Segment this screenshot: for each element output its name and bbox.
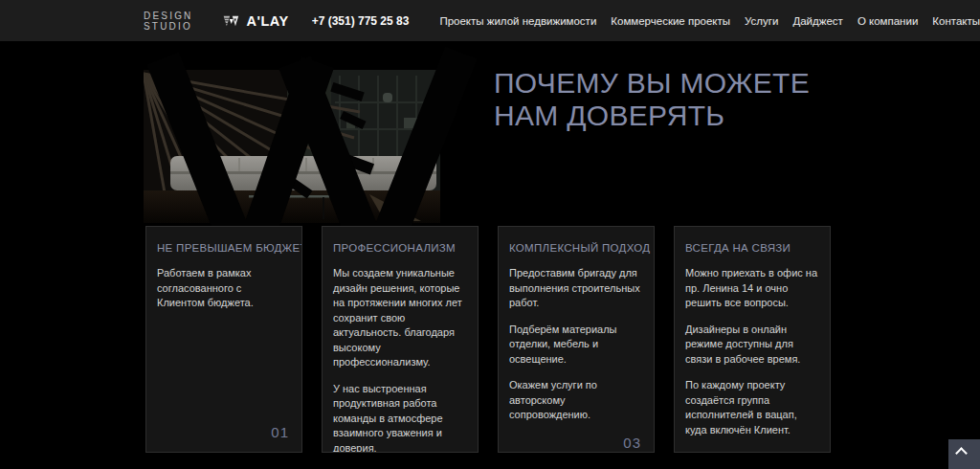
card-paragraph: Дизайнеры в онлайн режиме доступны для с… <box>685 323 820 368</box>
section-title: ПОЧЕМУ ВЫ МОЖЕТЕ НАМ ДОВЕРЯТЬ <box>494 67 810 132</box>
card-title: ВСЕГДА НА СВЯЗИ <box>685 242 820 254</box>
alay-logo-icon <box>223 11 239 31</box>
section-title-line1: ПОЧЕМУ ВЫ МОЖЕТЕ <box>494 67 810 99</box>
card-title: КОМПЛЕКСНЫЙ ПОДХОД <box>509 242 644 254</box>
scroll-top-button[interactable] <box>948 439 980 469</box>
card-paragraph: Можно приехать в офис на пр. Ленина 14 и… <box>685 266 820 311</box>
card-number: 03 <box>623 435 644 454</box>
brand-name: A'LAY <box>247 13 289 29</box>
card-title: ПРОФЕССИОНАЛИЗМ <box>333 242 468 254</box>
chevron-up-icon <box>955 447 968 459</box>
benefit-card-always-in-touch: ВСЕГДА НА СВЯЗИ Можно приехать в офис на… <box>674 226 831 453</box>
main-nav: Проекты жилой недвижимости Коммерческие … <box>439 15 980 27</box>
card-paragraph: Окажем услуги по авторскому сопровождени… <box>509 378 644 423</box>
nav-item-digest[interactable]: Дайджест <box>792 15 842 27</box>
nav-item-contacts[interactable]: Контакты <box>932 15 980 27</box>
top-bar: DESIGN STUDIO A'LAY +7 (351) 775 25 83 П… <box>0 0 980 41</box>
card-paragraph: У нас выстроенная продуктивная работа ко… <box>333 382 468 454</box>
nav-item-about-company[interactable]: О компании <box>858 15 918 27</box>
benefit-card-complex-approach: КОМПЛЕКСНЫЙ ПОДХОД Предоставим бригаду д… <box>498 226 655 453</box>
benefit-card-professionalism: ПРОФЕССИОНАЛИЗМ Мы создаем уникальные ди… <box>322 226 479 453</box>
benefits-row: НЕ ПРЕВЫШАЕМ БЮДЖЕТ Работаем в рамках со… <box>145 226 831 453</box>
brand-prefix: DESIGN STUDIO <box>144 11 211 32</box>
card-paragraph: Предоставим бригаду для выполнения строи… <box>509 266 644 311</box>
card-number: 04 <box>799 449 820 453</box>
card-title: НЕ ПРЕВЫШАЕМ БЮДЖЕТ <box>157 242 292 254</box>
nav-item-services[interactable]: Услуги <box>745 15 778 27</box>
hero-logo-artwork <box>144 70 440 225</box>
card-paragraph: Подберём материалы отделки, мебель и осв… <box>509 323 644 368</box>
nav-item-commercial-projects[interactable]: Коммерческие проекты <box>611 15 730 27</box>
card-paragraph: Работаем в рамках согласованного с Клиен… <box>157 266 292 311</box>
phone-link[interactable]: +7 (351) 775 25 83 <box>312 14 410 28</box>
section-title-line2: НАМ ДОВЕРЯТЬ <box>494 100 724 131</box>
brand[interactable]: DESIGN STUDIO A'LAY <box>144 11 289 32</box>
card-paragraph: По каждому проекту создаётся группа испо… <box>685 378 820 437</box>
nav-item-residential-projects[interactable]: Проекты жилой недвижимости <box>439 15 596 27</box>
card-number: 01 <box>271 424 292 444</box>
benefit-card-budget: НЕ ПРЕВЫШАЕМ БЮДЖЕТ Работаем в рамках со… <box>145 226 302 453</box>
card-paragraph: Мы создаем уникальные дизайн решения, ко… <box>333 266 468 370</box>
